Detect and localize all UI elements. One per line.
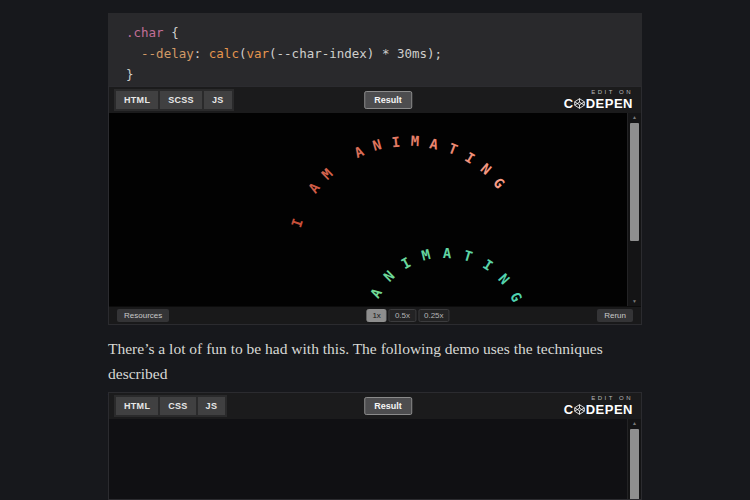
edit-on-label: EDIT ON bbox=[564, 395, 633, 401]
arc-letter: A bbox=[443, 245, 452, 261]
codepen-cube-icon bbox=[574, 98, 585, 109]
arc-letter: A bbox=[306, 180, 324, 196]
tab-html[interactable]: HTML bbox=[116, 397, 158, 415]
scrollbar-thumb[interactable] bbox=[630, 123, 639, 241]
editor-tab-group: HTML SCSS JS bbox=[114, 89, 234, 111]
arc-letter: N bbox=[495, 271, 513, 288]
tab-js[interactable]: JS bbox=[198, 397, 226, 415]
arc-letter: A bbox=[429, 135, 441, 152]
css-code-block: .char { --delay: calc(var(--char-index) … bbox=[108, 13, 642, 89]
arc-letter: M bbox=[319, 165, 336, 182]
arc-letter: A bbox=[367, 285, 385, 300]
codepen-cube-icon bbox=[574, 404, 585, 415]
result-preview: ▲ bbox=[109, 419, 641, 499]
codepen-header: HTML SCSS JS Result EDIT ON C DEPEN bbox=[109, 87, 641, 113]
arc-letter: M bbox=[411, 133, 420, 149]
scrollbar-thumb[interactable] bbox=[630, 429, 639, 499]
arc-letter: T bbox=[462, 248, 475, 266]
codepen-logo-text-right: DEPEN bbox=[586, 96, 633, 111]
zoom-05x-button[interactable]: 0.5x bbox=[389, 309, 416, 322]
codepen-logo: C DEPEN bbox=[564, 96, 633, 111]
edit-on-codepen-link[interactable]: EDIT ON C DEPEN bbox=[564, 395, 636, 417]
resources-button[interactable]: Resources bbox=[117, 309, 169, 322]
editor-tab-group: HTML CSS JS bbox=[114, 395, 227, 417]
arc-letter: I bbox=[480, 256, 496, 274]
codepen-embed-2: HTML CSS JS Result EDIT ON C DEPEN ▲ bbox=[108, 392, 642, 500]
edit-on-label: EDIT ON bbox=[564, 89, 633, 95]
scrollbar-up-arrow-icon[interactable]: ▲ bbox=[628, 114, 641, 121]
code-line: .char { bbox=[126, 22, 642, 43]
arc-letter: I bbox=[398, 254, 413, 272]
tab-css[interactable]: CSS bbox=[160, 397, 195, 415]
zoom-button-group: 1x 0.5x 0.25x bbox=[366, 309, 449, 322]
arc-letter: N bbox=[380, 267, 397, 284]
tab-scss[interactable]: SCSS bbox=[160, 91, 202, 109]
code-line: --delay: calc(var(--char-index) * 30ms); bbox=[126, 43, 642, 64]
arc-letter: I bbox=[462, 149, 478, 167]
arc-letter: N bbox=[477, 161, 494, 179]
zoom-025x-button[interactable]: 0.25x bbox=[418, 309, 450, 322]
arc-letter: I bbox=[288, 216, 306, 229]
codepen-logo-text-right: DEPEN bbox=[586, 402, 633, 417]
code-line: } bbox=[126, 64, 642, 85]
codepen-logo-text-left: C bbox=[564, 96, 574, 111]
zoom-1x-button[interactable]: 1x bbox=[366, 309, 386, 322]
arc-letter: G bbox=[491, 175, 509, 192]
codepen-logo-text-left: C bbox=[564, 402, 574, 417]
edit-on-codepen-link[interactable]: EDIT ON C DEPEN bbox=[564, 89, 636, 111]
codepen-header: HTML CSS JS Result EDIT ON C DEPEN bbox=[109, 393, 641, 419]
result-button[interactable]: Result bbox=[364, 397, 412, 415]
codepen-footer: Resources 1x 0.5x 0.25x Rerun bbox=[109, 306, 641, 324]
preview-scrollbar[interactable]: ▲ ▼ bbox=[627, 113, 641, 306]
scrollbar-down-arrow-icon[interactable]: ▼ bbox=[628, 298, 641, 305]
paragraph-line: There’s a lot of fun to be had with this… bbox=[108, 336, 648, 386]
article-page: .char { --delay: calc(var(--char-index) … bbox=[0, 0, 750, 500]
codepen-logo: C DEPEN bbox=[564, 402, 633, 417]
tab-html[interactable]: HTML bbox=[116, 91, 158, 109]
arc-letter: G bbox=[507, 289, 525, 304]
preview-scrollbar[interactable]: ▲ bbox=[627, 419, 641, 499]
scrollbar-up-arrow-icon[interactable]: ▲ bbox=[628, 420, 641, 427]
arc-letter: M bbox=[420, 247, 432, 265]
arc-letter: T bbox=[446, 140, 460, 158]
rerun-button[interactable]: Rerun bbox=[597, 309, 633, 322]
arc-letter: A bbox=[352, 143, 366, 161]
tab-js[interactable]: JS bbox=[204, 91, 232, 109]
arc-letter: N bbox=[371, 137, 383, 155]
arc-letter: I bbox=[391, 133, 401, 150]
codepen-embed-1: HTML SCSS JS Result EDIT ON C DEPEN ▲ bbox=[108, 86, 642, 325]
result-preview: ▲ ▼ IAMANIMATINGANIMATING bbox=[109, 113, 641, 306]
result-button[interactable]: Result bbox=[364, 91, 412, 109]
